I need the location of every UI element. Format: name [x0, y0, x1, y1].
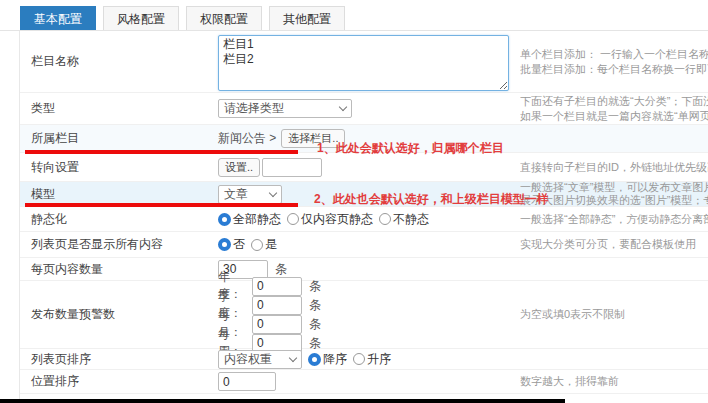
list-show-all-help: 实现大分类可分页，要配合模板使用 [520, 237, 708, 252]
staticize-help: 一般选择“全部静态”，方便动静态分离部署；或者至少也选 [520, 212, 708, 227]
model-select[interactable]: 文章 [218, 185, 282, 204]
radio-show-all-no[interactable] [218, 238, 231, 251]
bottom-black-bar [0, 399, 565, 403]
column-name-label: 栏目名称 [20, 53, 218, 70]
model-label: 模型 [20, 186, 218, 203]
radio-show-all-yes[interactable] [251, 239, 263, 251]
radio-all-static[interactable] [218, 213, 231, 226]
annotation-underline-2 [25, 203, 298, 207]
position-sort-help: 数字越大，排得靠前 [520, 374, 708, 389]
list-sort-select[interactable]: 内容权重 [218, 350, 302, 369]
radio-sort-desc-label[interactable]: 降序 [323, 351, 347, 368]
monthly-warn-input[interactable] [252, 315, 302, 334]
radio-content-static-label[interactable]: 仅内容页静态 [301, 211, 373, 228]
row-type: 类型 请选择类型 下面还有子栏目的就选“大分类”；下面没有更小子栏目的就选 如果… [20, 93, 708, 125]
position-sort-label: 位置排序 [20, 373, 218, 390]
publish-warn-label: 发布数量预警数 [20, 306, 218, 323]
type-select[interactable]: 请选择类型 [218, 99, 352, 118]
radio-sort-desc[interactable] [308, 353, 321, 366]
list-sort-label: 列表页排序 [20, 351, 218, 368]
row-staticize: 静态化 全部静态 仅内容页静态 不静态 一般选择“全部静态”，方便动静态分离部署… [20, 207, 708, 232]
radio-no-static-label[interactable]: 不静态 [393, 211, 429, 228]
redirect-input[interactable] [262, 158, 322, 177]
position-sort-input[interactable] [218, 372, 276, 391]
quarterly-warn-input[interactable] [252, 296, 302, 315]
column-name-help: 单个栏目添加： 一行输入一个栏目名称即可； 批量栏目添加：每个栏目名称换一行即可… [520, 47, 708, 77]
row-redirect-setting: 转向设置 设置.. 直接转向子栏目的ID，外链地址优先级高于转向设置。 [20, 153, 708, 182]
redirect-setting-label: 转向设置 [20, 159, 218, 176]
radio-show-all-yes-label[interactable]: 是 [265, 236, 277, 253]
staticize-label: 静态化 [20, 211, 218, 228]
row-position-sort: 位置排序 数字越大，排得靠前 [20, 370, 708, 394]
radio-show-all-no-label[interactable]: 否 [233, 236, 245, 253]
list-show-all-label: 列表页是否显示所有内容 [20, 236, 218, 253]
tab-basic-config[interactable]: 基本配置 [20, 6, 96, 30]
row-list-show-all: 列表页是否显示所有内容 否 是 实现大分类可分页，要配合模板使用 [20, 232, 708, 258]
parent-column-label: 所属栏目 [20, 130, 218, 147]
per-page-unit: 条 [275, 261, 287, 278]
type-label: 类型 [20, 100, 218, 117]
redirect-set-button[interactable]: 设置.. [218, 158, 260, 177]
annotation-underline-1 [25, 150, 298, 154]
chevron-down-icon [269, 188, 277, 196]
tab-permission-config[interactable]: 权限配置 [186, 6, 262, 30]
list-sort-select-value: 内容权重 [224, 351, 272, 368]
annotation-text-1: 1、此处会默认选好，归属哪个栏目 [317, 140, 504, 157]
redirect-setting-help: 直接转向子栏目的ID，外链地址优先级高于转向设置。 [520, 160, 708, 175]
row-column-name: 栏目名称 栏目1 栏目2 单个栏目添加： 一行输入一个栏目名称即可； 批量栏目添… [20, 31, 708, 93]
row-publish-warn: 发布数量预警数 年度： 条 季度： 条 每月： 条 每周： 条 [20, 281, 708, 349]
publish-warn-help: 为空或填0表示不限制 [520, 307, 708, 322]
yearly-warn-input[interactable] [252, 277, 302, 296]
annotation-text-2: 2、此处也会默认选好，和上级栏目模型一样 [314, 191, 549, 208]
column-name-textarea[interactable]: 栏目1 栏目2 [218, 35, 509, 91]
radio-no-static[interactable] [379, 213, 391, 225]
parent-column-path: 新闻公告 > [218, 130, 276, 147]
radio-content-static[interactable] [287, 213, 299, 225]
tab-other-config[interactable]: 其他配置 [269, 6, 345, 30]
chevron-down-icon [289, 353, 297, 361]
basic-config-form: 栏目名称 栏目1 栏目2 单个栏目添加： 一行输入一个栏目名称即可； 批量栏目添… [19, 31, 708, 403]
model-select-value: 文章 [224, 186, 248, 203]
chevron-down-icon [339, 103, 347, 111]
radio-sort-asc-label[interactable]: 升序 [367, 351, 391, 368]
per-page-count-label: 每页内容数量 [20, 261, 218, 278]
radio-sort-asc[interactable] [353, 353, 365, 365]
row-list-sort: 列表页排序 内容权重 降序 升序 [20, 349, 708, 370]
radio-all-static-label[interactable]: 全部静态 [233, 211, 281, 228]
type-select-value: 请选择类型 [224, 100, 284, 117]
type-help: 下面还有子栏目的就选“大分类”；下面没有更小子栏目的就选 如果一个栏目就是一篇内… [520, 94, 708, 124]
tab-style-config[interactable]: 风格配置 [103, 6, 179, 30]
config-tabbar: 基本配置 风格配置 权限配置 其他配置 [20, 6, 345, 30]
